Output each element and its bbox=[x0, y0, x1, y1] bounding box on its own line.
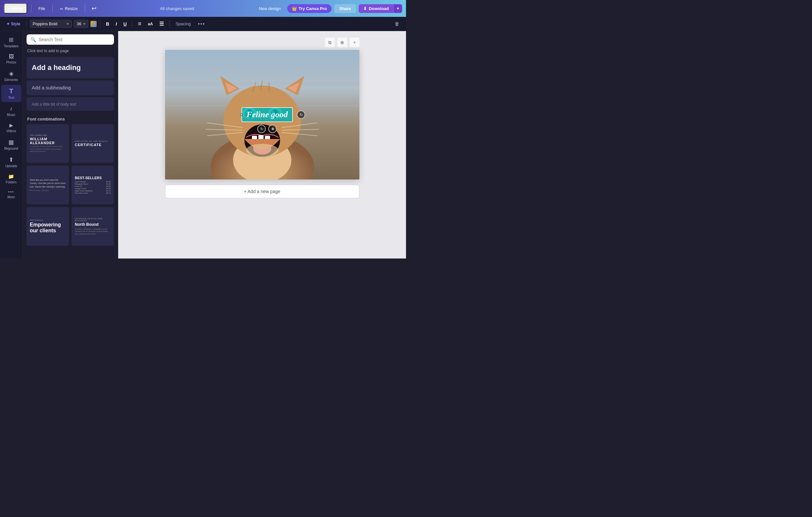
delete-button[interactable]: 🗑 bbox=[392, 20, 402, 28]
nav-right: New design 👑 Try Canva Pro Share ⬇ Downl… bbox=[255, 4, 402, 13]
templates-icon: ⊞ bbox=[9, 36, 13, 44]
sidebar-item-folders[interactable]: 📁 Folders bbox=[1, 171, 21, 187]
add-heading-button[interactable]: Add a heading bbox=[27, 57, 114, 78]
color-picker[interactable] bbox=[90, 21, 97, 27]
bold-button[interactable]: B bbox=[104, 20, 111, 28]
resize-button[interactable]: ⇔ Resize bbox=[57, 4, 81, 13]
top-nav: ‹ Home File ⇔ Resize ↩ All changes saved… bbox=[0, 0, 406, 17]
tb-sep1 bbox=[26, 21, 27, 27]
rotate-handle[interactable]: ↻ bbox=[297, 110, 305, 119]
svg-point-31 bbox=[246, 144, 279, 157]
font-combo-card-4[interactable]: BEST-SELLERS Apple Orange$3.90 Pineapple… bbox=[71, 166, 114, 205]
folders-label: Folders bbox=[6, 181, 17, 184]
fc2-label: EMPLOYEE OF THE MONTH bbox=[75, 140, 111, 142]
text-panel: 🔍 Click text to add to page Add a headin… bbox=[23, 31, 118, 258]
font-combo-grid: This certifies that WILLIAM ALEXANDER is… bbox=[23, 124, 118, 250]
style-button[interactable]: ✦ Style bbox=[4, 20, 23, 28]
new-design-button[interactable]: New design bbox=[255, 4, 285, 13]
nav-divider2 bbox=[53, 4, 53, 12]
font-combo-card-3[interactable]: Work like you don't need the money. Love… bbox=[27, 166, 69, 205]
fc4-item-3: Fresh OJ$3.90 bbox=[75, 185, 111, 187]
folders-icon: 📁 bbox=[8, 174, 14, 180]
font-combo-card-5[interactable]: PROGRESS Empowering our clients bbox=[27, 207, 69, 246]
fc1-body: is a Member of the Orchard Country Club … bbox=[30, 145, 66, 153]
font-combo-card-2[interactable]: EMPLOYEE OF THE MONTH CERTIFICATE bbox=[71, 124, 114, 163]
tb-sep2 bbox=[100, 21, 100, 27]
back-chevron-icon: ‹ bbox=[8, 6, 9, 11]
heading-label: Add a heading bbox=[32, 63, 81, 72]
font-chevron-icon: ▾ bbox=[67, 21, 69, 26]
font-combo-card-1[interactable]: This certifies that WILLIAM ALEXANDER is… bbox=[27, 124, 69, 163]
crown-icon: 👑 bbox=[292, 6, 297, 11]
list-button[interactable]: ☰ bbox=[157, 20, 166, 28]
design-text-box[interactable]: Feline good ↻ ↻ ✥ bbox=[242, 108, 292, 121]
background-label: Bkground bbox=[4, 147, 18, 150]
font-combo-card-6[interactable]: INTERIOR DESIGN AND BUILDERS North Bound… bbox=[71, 207, 114, 246]
canvas-area[interactable]: ⧉ ⊕ ＋ bbox=[118, 31, 406, 258]
share-button[interactable]: Share bbox=[334, 4, 356, 13]
canvas-duplicate-button[interactable]: ⊕ bbox=[337, 37, 347, 47]
case-button[interactable]: aA bbox=[146, 21, 155, 27]
font-selector[interactable]: Poppins Bold ▾ bbox=[30, 20, 72, 28]
fc5-label: PROGRESS bbox=[30, 219, 66, 221]
font-size-selector[interactable]: 36 ▾ bbox=[74, 20, 88, 28]
add-subheading-button[interactable]: Add a subheading bbox=[27, 80, 114, 95]
click-hint: Click text to add to page bbox=[23, 47, 118, 56]
download-group: ⬇ Download ▾ bbox=[359, 4, 402, 13]
canvas-add-button[interactable]: ＋ bbox=[350, 37, 359, 47]
text-rotate-button[interactable]: ↻ bbox=[257, 125, 266, 133]
align-button[interactable]: ≡ bbox=[136, 20, 144, 28]
undo-button[interactable]: ↩ bbox=[89, 4, 99, 13]
italic-button[interactable]: I bbox=[113, 20, 119, 28]
sidebar-item-uploads[interactable]: ⬆ Uploads bbox=[1, 154, 21, 170]
main-layout: ⊞ Templates 🖼 Photos ◈ Elements T Text ♪… bbox=[0, 31, 406, 258]
file-button[interactable]: File bbox=[35, 4, 49, 13]
sidebar: ⊞ Templates 🖼 Photos ◈ Elements T Text ♪… bbox=[0, 31, 23, 258]
elements-label: Elements bbox=[4, 78, 18, 82]
add-page-button[interactable]: + Add a new page bbox=[165, 185, 359, 198]
all-changes-saved: All changes saved bbox=[102, 6, 252, 11]
canvas-frame[interactable]: Feline good ↻ ↻ ✥ bbox=[165, 50, 359, 180]
fc6-body: According to Wikipedia, a paragraph is a… bbox=[75, 228, 111, 236]
more-options-button[interactable]: ••• bbox=[195, 20, 208, 28]
sidebar-item-text[interactable]: T Text bbox=[1, 85, 21, 102]
sidebar-item-templates[interactable]: ⊞ Templates bbox=[1, 34, 21, 51]
sidebar-item-elements[interactable]: ◈ Elements bbox=[1, 67, 21, 84]
fc6-subtitle: INTERIOR DESIGN AND BUILDERS bbox=[75, 218, 111, 222]
text-move-button[interactable]: ✥ bbox=[268, 125, 277, 133]
sidebar-item-music[interactable]: ♪ Music bbox=[1, 103, 21, 119]
fc3-quote: Work like you don't need the money. Love… bbox=[30, 179, 66, 189]
sidebar-item-photos[interactable]: 🖼 Photos bbox=[1, 51, 21, 67]
fc2-title: CERTIFICATE bbox=[75, 143, 111, 147]
tb-sep4 bbox=[169, 21, 170, 27]
style-icon: ✦ bbox=[6, 22, 10, 26]
fc4-item-5: Apple Carrot Madness$3.10 bbox=[75, 190, 111, 192]
music-icon: ♪ bbox=[10, 105, 12, 112]
elements-icon: ◈ bbox=[9, 70, 13, 77]
sidebar-item-more[interactable]: ••• More bbox=[1, 187, 21, 201]
sidebar-item-background[interactable]: ▦ Bkground bbox=[1, 136, 21, 153]
add-body-button[interactable]: Add a little bit of body text bbox=[27, 97, 114, 111]
tb-sep3 bbox=[132, 21, 133, 27]
font-combos-title: Font combinations bbox=[23, 115, 118, 124]
search-icon: 🔍 bbox=[30, 37, 36, 42]
download-button[interactable]: ⬇ Download bbox=[359, 4, 394, 13]
spacing-button[interactable]: Spacing bbox=[173, 20, 193, 28]
photos-label: Photos bbox=[6, 61, 16, 64]
nav-divider bbox=[31, 4, 31, 12]
home-label: Home bbox=[11, 6, 23, 11]
fc4-items: Apple Orange$3.90 Pineapple Carrot$4.90 … bbox=[75, 181, 111, 194]
uploads-icon: ⬆ bbox=[9, 156, 13, 163]
selection-handle bbox=[240, 113, 242, 116]
text-label: Text bbox=[8, 96, 14, 100]
underline-button[interactable]: U bbox=[121, 20, 129, 28]
canvas-copy-button[interactable]: ⧉ bbox=[325, 37, 335, 47]
design-text[interactable]: Feline good bbox=[242, 108, 292, 121]
home-button[interactable]: ‹ Home bbox=[4, 3, 27, 13]
subheading-label: Add a subheading bbox=[32, 85, 71, 90]
sidebar-item-videos[interactable]: ▶ Videos bbox=[1, 120, 21, 135]
try-pro-button[interactable]: 👑 Try Canva Pro bbox=[287, 4, 331, 13]
search-input[interactable] bbox=[38, 37, 110, 42]
download-chevron-button[interactable]: ▾ bbox=[394, 4, 402, 13]
fc4-item-2: Pineapple Carrot$4.90 bbox=[75, 183, 111, 185]
